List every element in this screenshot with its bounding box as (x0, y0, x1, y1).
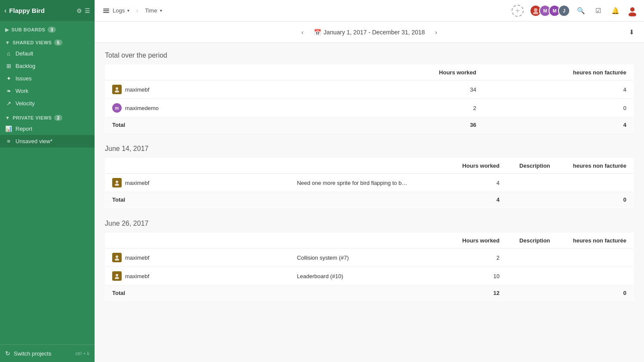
sidebar-item-label: Unsaved view* (15, 138, 52, 144)
svg-point-8 (116, 255, 118, 258)
sub-boards-section: ▶ SUB BOARDS 3 (0, 21, 95, 34)
sidebar-item-report[interactable]: 📊 Report (0, 123, 95, 135)
shared-views-collapse-icon[interactable]: ▼ (5, 40, 10, 45)
download-button[interactable]: ⬇ (625, 26, 638, 39)
user-menu-button[interactable] (626, 4, 639, 17)
grid-icon: ⊞ (5, 63, 12, 69)
time-button[interactable]: Time ▾ (141, 6, 165, 15)
issues-icon: ✦ (5, 75, 12, 82)
sidebar-item-velocity[interactable]: ↗ Velocity (0, 97, 95, 110)
user-cell: m maximedemo (112, 103, 362, 113)
work-icon: ❧ (5, 88, 12, 94)
topbar: Logs ▾ › Time ▾ + M M J 🔍 ☑ 🔔 (95, 0, 644, 21)
search-button[interactable]: 🔍 (574, 4, 587, 17)
sub-boards-label: SUB BOARDS (12, 27, 46, 32)
user-avatar (112, 178, 122, 187)
main-area: Logs ▾ › Time ▾ + M M J 🔍 ☑ 🔔 (95, 0, 644, 362)
total-non-billable: 4 (483, 117, 634, 133)
svg-point-3 (629, 12, 636, 16)
col-description-label: Description (506, 158, 557, 174)
total-period-section: Total over the period Hours worked heure… (105, 52, 634, 133)
total-label: Total (105, 117, 370, 133)
user-name: maximebf (125, 180, 149, 186)
time-dropdown-icon: ▾ (160, 8, 162, 13)
logs-dropdown-icon: ▾ (127, 8, 129, 13)
add-member-button[interactable]: + (512, 5, 524, 17)
total-hours: 4 (448, 192, 506, 208)
user-avatar: m (112, 103, 122, 113)
svg-point-1 (533, 12, 538, 14)
sidebar-item-backlog[interactable]: ⊞ Backlog (0, 60, 95, 72)
sidebar-item-default[interactable]: ⌂ Default (0, 47, 95, 60)
col-hours-header2: Hours worked (448, 233, 506, 248)
sidebar-item-label: Issues (15, 75, 32, 82)
date-range: 📅 January 1, 2017 - December 31, 2018 (314, 29, 425, 36)
total-label: Total (105, 192, 290, 208)
table-row: maximebf Need one more sprite for bird f… (105, 174, 634, 192)
hours-cell: 4 (448, 174, 506, 192)
svg-point-9 (115, 258, 119, 261)
report-icon: 📊 (5, 126, 12, 132)
breadcrumb-separator: › (136, 8, 138, 14)
velocity-icon: ↗ (5, 100, 12, 107)
description-cell: Need one more sprite for bird flapping t… (290, 174, 449, 192)
switch-icon: ↻ (5, 350, 10, 357)
col-non-billable-header: heures non facturée (557, 158, 634, 174)
total-desc2 (506, 192, 557, 208)
col-description-label2: Description (506, 233, 557, 248)
back-icon[interactable]: ‹ (4, 7, 6, 15)
user-name: maximedemo (125, 105, 159, 111)
logs-button[interactable]: Logs ▾ (100, 6, 133, 15)
sidebar-item-work[interactable]: ❧ Work (0, 85, 95, 97)
col-description-header (290, 158, 449, 174)
non-billable-cell (557, 174, 634, 192)
content-area: Total over the period Hours worked heure… (95, 43, 644, 362)
prev-period-button[interactable]: ‹ (297, 26, 309, 38)
total-label: Total (105, 285, 290, 301)
svg-point-0 (534, 8, 537, 12)
user-avatar (112, 271, 122, 281)
home-icon: ⌂ (5, 50, 12, 57)
col-hours-header: Hours worked (448, 158, 506, 174)
calendar-icon: 📅 (314, 29, 321, 36)
checkbox-button[interactable]: ☑ (592, 4, 604, 17)
sidebar-header: ‹ Flappy Bird ⚙ ☰ (0, 0, 95, 21)
total-desc (290, 285, 449, 301)
topbar-right: + M M J 🔍 ☑ 🔔 (512, 4, 639, 17)
user-cell: maximebf (112, 85, 362, 94)
shared-views-label: SHARED VIEWS (12, 40, 52, 45)
june14-title: June 14, 2017 (105, 145, 634, 153)
non-billable-cell: 0 (483, 99, 634, 117)
total-period-title: Total over the period (105, 52, 634, 59)
menu-icon[interactable]: ☰ (85, 7, 90, 14)
hours-cell: 2 (448, 248, 506, 267)
non-billable-cell (557, 267, 634, 285)
user-name: maximebf (125, 273, 149, 279)
svg-point-7 (115, 184, 119, 186)
svg-point-5 (115, 90, 119, 92)
col-non-billable-header2: heures non facturée (557, 233, 634, 248)
notification-button[interactable]: 🔔 (609, 4, 622, 17)
sidebar-item-label: Report (15, 126, 32, 132)
svg-point-4 (116, 87, 118, 90)
user-cell: maximebf (112, 178, 283, 187)
table-row: maximebf Leaderboard (#10) 10 (105, 267, 634, 285)
gear-icon[interactable]: ⚙ (77, 7, 82, 14)
hours-cell: 2 (369, 99, 483, 117)
switch-projects-button[interactable]: ↻ Switch projects ctrl + k (0, 344, 95, 362)
sidebar-item-unsaved-view[interactable]: ≡ Unsaved view* (0, 135, 95, 147)
description-extra (506, 174, 557, 192)
next-period-button[interactable]: › (430, 26, 442, 38)
col-non-billable-header: heures non facturée (483, 65, 634, 80)
total-desc2 (506, 285, 557, 301)
sub-boards-count: 3 (48, 27, 56, 33)
avatar-user4[interactable]: J (558, 5, 570, 17)
sidebar-item-issues[interactable]: ✦ Issues (0, 72, 95, 85)
user-name: maximebf (125, 86, 149, 93)
col-description-header2 (290, 233, 449, 248)
private-views-collapse-icon[interactable]: ▼ (5, 115, 10, 120)
subboards-collapse-icon[interactable]: ▶ (5, 27, 9, 33)
user-avatar (112, 85, 122, 94)
avatar-group: M M J (530, 5, 570, 17)
description-cell: Collision system (#7) (290, 248, 449, 267)
